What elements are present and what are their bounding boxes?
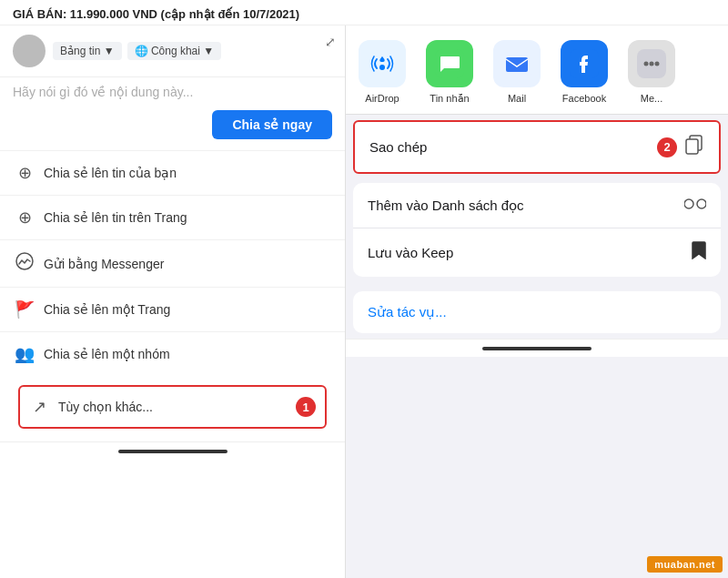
menu-item-mot-trang[interactable]: 🚩 Chia sẻ lên một Trang	[0, 287, 345, 331]
sao-chep-right: 2	[650, 135, 704, 159]
left-panel: Bảng tin ▼ 🌐 Công khai ▼ ⤢ Hãy nói gì đó…	[0, 25, 346, 578]
price-text: GIÁ BÁN: 11.990.000 VND (cập nhật đến 10…	[13, 7, 299, 21]
menu-label-1: Chia sẻ lên tin trên Trang	[44, 210, 187, 225]
them-vao-danh-sach-doc[interactable]: Thêm vào Danh sách đọc	[353, 183, 721, 228]
home-indicator-left	[118, 450, 228, 453]
badge-1: 1	[296, 397, 316, 417]
plus-circle-icon-2: ⊕	[15, 208, 35, 228]
badge-2: 2	[657, 137, 677, 157]
more-label: Me...	[641, 93, 662, 104]
messages-icon	[426, 40, 473, 87]
menu-item-tin-ban[interactable]: ⊕ Chia sẻ lên tin của bạn	[0, 150, 345, 195]
main-container: Bảng tin ▼ 🌐 Công khai ▼ ⤢ Hãy nói gì đó…	[0, 25, 728, 578]
action-label-0: Thêm vào Danh sách đọc	[368, 198, 524, 214]
home-indicator-right	[482, 347, 592, 350]
sao-chep-label: Sao chép	[369, 139, 427, 155]
watermark-text: muaban.net	[654, 559, 715, 570]
congkhai-label: 🌐 Công khai ▼	[135, 45, 215, 57]
svg-point-1	[369, 51, 395, 76]
app-more[interactable]: Me...	[624, 40, 679, 105]
facebook-icon	[561, 40, 608, 87]
flag-icon: 🚩	[15, 299, 35, 319]
app-mail[interactable]: Mail	[490, 40, 544, 105]
bottom-bar-right	[346, 339, 728, 357]
airdrop-icon	[359, 40, 406, 87]
right-panel: AirDrop Tin nhắn	[346, 25, 728, 578]
tuy-chon-label: Tùy chọn khác...	[58, 400, 279, 414]
watermark: muaban.net	[647, 556, 723, 573]
svg-point-2	[379, 65, 385, 70]
svg-point-10	[655, 62, 660, 66]
svg-rect-5	[506, 57, 528, 72]
bottom-bar-left	[0, 441, 345, 460]
sua-tac-vu[interactable]: Sửa tác vụ...	[353, 291, 721, 333]
bookmark-icon	[692, 241, 706, 264]
app-messages[interactable]: Tin nhắn	[422, 40, 477, 105]
more-icon	[628, 40, 675, 87]
menu-item-tin-trang[interactable]: ⊕ Chia sẻ lên tin trên Trang	[0, 195, 345, 239]
share-now-button[interactable]: Chia sẻ ngay	[212, 110, 332, 139]
svg-point-8	[644, 62, 649, 66]
action-label-1: Lưu vào Keep	[368, 245, 453, 261]
action-list: Thêm vào Danh sách đọc Lưu vào Keep	[353, 183, 721, 277]
menu-label-4: Chia sẻ lên một nhóm	[44, 347, 170, 361]
share-header: Bảng tin ▼ 🌐 Công khai ▼ ⤢	[0, 25, 345, 77]
svg-point-9	[650, 62, 654, 66]
avatar	[13, 35, 46, 67]
congkhai-dropdown[interactable]: 🌐 Công khai ▼	[127, 42, 222, 60]
messenger-icon	[15, 252, 35, 275]
messages-label: Tin nhắn	[430, 93, 469, 105]
price-bar: GIÁ BÁN: 11.990.000 VND (cập nhật đến 10…	[0, 0, 728, 25]
svg-rect-12	[686, 139, 698, 154]
menu-item-mot-nhom[interactable]: 👥 Chia sẻ lên một nhóm	[0, 331, 345, 376]
menu-label-3: Chia sẻ lên một Trang	[44, 302, 170, 317]
menu-item-messenger[interactable]: Gửi bằng Messenger	[0, 239, 345, 287]
bangtin-label: Bảng tin ▼	[60, 45, 115, 57]
group-icon: 👥	[15, 344, 35, 364]
plus-circle-icon-1: ⊕	[15, 163, 35, 183]
svg-point-13	[684, 199, 693, 208]
share-controls: Bảng tin ▼ 🌐 Công khai ▼	[53, 42, 221, 60]
svg-point-14	[697, 199, 706, 208]
luu-vao-keep[interactable]: Lưu vào Keep	[353, 228, 721, 277]
bangtin-dropdown[interactable]: Bảng tin ▼	[53, 42, 122, 60]
sua-tac-vu-label: Sửa tác vụ...	[368, 304, 447, 319]
mail-label: Mail	[508, 93, 526, 104]
mail-icon	[493, 40, 541, 87]
reading-list-icon	[684, 196, 706, 215]
copy-icon	[684, 135, 704, 159]
menu-label-0: Chia sẻ lên tin của bạn	[44, 166, 177, 180]
post-placeholder: Hãy nói gì đó về nội dung này...	[0, 77, 345, 103]
tuy-chon-khac-item[interactable]: ↗ Tùy chọn khác... 1	[18, 385, 327, 429]
airdrop-label: AirDrop	[365, 93, 399, 104]
app-airdrop[interactable]: AirDrop	[355, 40, 410, 105]
share-now-label: Chia sẻ ngay	[232, 117, 312, 132]
facebook-label: Facebook	[562, 93, 606, 104]
sao-chep-row[interactable]: Sao chép 2	[353, 120, 721, 174]
app-facebook[interactable]: Facebook	[557, 40, 612, 105]
expand-icon[interactable]: ⤢	[325, 35, 336, 49]
external-link-icon: ↗	[29, 397, 49, 417]
menu-label-2: Gửi bằng Messenger	[44, 257, 164, 271]
share-apps-row: AirDrop Tin nhắn	[346, 25, 728, 115]
